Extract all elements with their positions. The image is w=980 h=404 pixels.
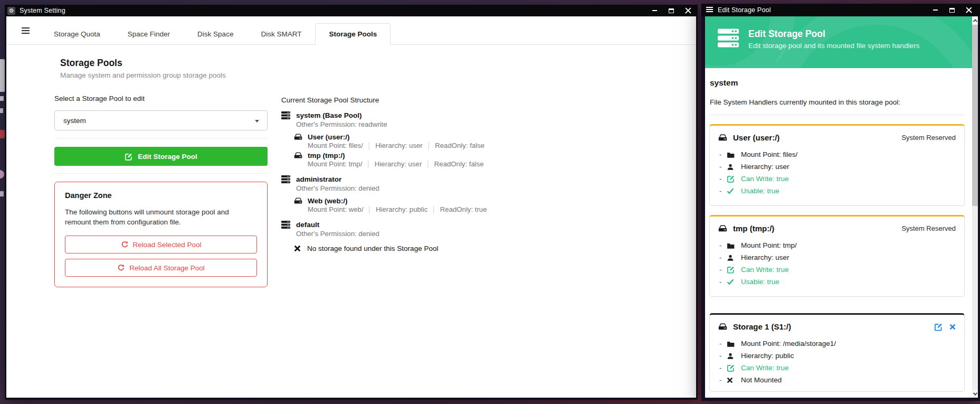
handler-card-tmp: tmp (tmp:/) System Reserved Mount Point:… — [709, 215, 965, 297]
pool-group-default: default Other's Permission: denied No st… — [281, 221, 487, 252]
desktop-icon-fragment[interactable] — [0, 108, 3, 113]
titlebar[interactable]: Edit Storage Pool — [701, 4, 980, 16]
chevron-down-icon — [255, 120, 259, 123]
handler-row: Usable: true — [718, 276, 956, 288]
hamburger-menu-icon[interactable] — [22, 27, 30, 35]
handler-row: Mount Point: files/ — [718, 148, 956, 161]
scrollbar-thumb[interactable] — [972, 25, 978, 206]
pool-group-system: system (Base Pool) Other's Permission: r… — [281, 111, 487, 168]
pool-permission: Other's Permission: denied — [296, 230, 487, 238]
divider — [54, 173, 268, 174]
minimize-button[interactable] — [931, 6, 939, 14]
scroll-down-button[interactable] — [972, 390, 978, 398]
pool-select-label: Select a Storage Pool to edit — [54, 95, 268, 102]
hdd-icon — [294, 198, 302, 204]
desktop-icon-fragment[interactable] — [0, 130, 5, 138]
row-text: Can Write: true — [741, 266, 789, 274]
minimize-button[interactable] — [650, 7, 659, 14]
reload-all-label: Reload All Storage Pool — [129, 264, 205, 272]
handler-card-user: User (user:/) System Reserved Mount Poin… — [709, 124, 965, 206]
refresh-icon — [117, 264, 125, 271]
reload-selected-label: Reload Selected Pool — [133, 241, 202, 249]
desktop-icon-fragment[interactable] — [0, 191, 4, 196]
hdd-icon — [718, 323, 727, 331]
handlers-label: File System Handlers currently mounted i… — [710, 98, 972, 106]
system-reserved-badge: System Reserved — [901, 134, 956, 142]
tab-disk-space[interactable]: Disk Space — [184, 23, 247, 45]
storage-node: tmp (tmp:/) Mount Point: tmp/Hierarchy: … — [294, 152, 487, 168]
close-button[interactable] — [965, 6, 973, 14]
tab-storage-quota[interactable]: Storage Quota — [40, 23, 114, 45]
hdd-icon — [718, 134, 727, 142]
storage-mount: Mount Point: tmp/ — [308, 160, 362, 168]
desktop-icon-fragment[interactable] — [0, 59, 5, 92]
handler-row: Hierarchy: user — [718, 161, 956, 173]
row-text: Hierarchy: user — [741, 163, 789, 171]
titlebar[interactable]: ⚙ System Setting — [5, 5, 698, 16]
storage-mount: Mount Point: files/ — [308, 142, 363, 149]
folder-icon — [727, 341, 741, 347]
check-icon — [727, 279, 741, 285]
window-title: System Setting — [20, 7, 65, 14]
server-icon — [281, 175, 290, 183]
hdd-icon — [294, 134, 302, 140]
divider — [710, 115, 965, 115]
edit-icon — [727, 364, 741, 372]
handler-row: Can Write: true — [718, 173, 956, 185]
handler-row: Can Write: true — [718, 264, 956, 276]
row-text: Mount Point: /media/storage1/ — [741, 340, 836, 347]
pool-select[interactable]: system — [54, 110, 268, 130]
pool-name: default — [296, 221, 319, 229]
handler-title: tmp (tmp:/) — [733, 224, 774, 233]
tab-storage-pools[interactable]: Storage Pools — [315, 23, 391, 45]
handler-title: User (user:/) — [733, 133, 779, 142]
banner-title: Edit Storage Pool — [748, 29, 919, 40]
storage-name: Web (web:/) — [308, 197, 348, 205]
tab-disk-smart[interactable]: Disk SMART — [247, 23, 315, 45]
pool-name-heading: system — [710, 78, 972, 88]
row-text: Can Write: true — [741, 364, 789, 372]
folder-icon — [727, 242, 741, 249]
folder-icon — [727, 152, 741, 158]
banner-subtitle: Edit storage pool and its mounted file s… — [748, 42, 919, 50]
close-button[interactable] — [684, 7, 692, 14]
pool-select-value: system — [63, 117, 86, 125]
maximize-button[interactable] — [667, 7, 675, 14]
tab-space-finder[interactable]: Space Finder — [114, 23, 184, 45]
desktop-icon-fragment[interactable] — [0, 170, 4, 178]
handler-row: Can Write: true — [718, 362, 956, 374]
storage-node: User (user:/) Mount Point: files/Hierarc… — [294, 133, 487, 149]
edit-handler-button[interactable] — [934, 323, 943, 331]
maximize-button[interactable] — [948, 6, 956, 14]
reload-selected-pool-button[interactable]: Reload Selected Pool — [65, 236, 257, 253]
row-text: Can Write: true — [741, 175, 789, 183]
row-text: Usable: true — [741, 278, 779, 286]
storage-pool-tree: system (Base Pool) Other's Permission: r… — [281, 111, 487, 252]
handler-row: Usable: true — [718, 185, 956, 197]
storage-hierarchy: Hierarchy: public — [364, 205, 428, 213]
refresh-icon — [121, 241, 128, 248]
row-text: Usable: true — [741, 187, 779, 195]
scroll-up-button[interactable] — [972, 16, 978, 24]
x-mark-icon — [294, 245, 301, 252]
danger-zone-card: Danger Zone The following buttons will u… — [54, 182, 268, 287]
remove-handler-button[interactable] — [949, 324, 956, 330]
person-icon — [727, 164, 741, 170]
page-title: Storage Pools — [60, 58, 268, 69]
row-text: Hierarchy: public — [741, 352, 794, 360]
empty-pool-message: No storage found under this Storage Pool — [307, 245, 438, 252]
page-subtitle: Manage system and permission group stora… — [60, 71, 268, 79]
handler-title: Storage 1 (S1:/) — [733, 322, 791, 331]
scrollbar[interactable] — [972, 16, 978, 398]
server-icon — [718, 29, 739, 48]
edit-storage-pool-button[interactable]: Edit Storage Pool — [54, 147, 268, 166]
handler-row: Not Mounted — [718, 374, 956, 386]
danger-zone-description: The following buttons will unmount stora… — [65, 207, 249, 227]
desktop-icon-fragment[interactable] — [0, 96, 4, 101]
edit-icon — [727, 266, 741, 274]
list-icon — [706, 7, 713, 14]
storage-hierarchy: Hierarchy: user — [363, 142, 423, 149]
danger-zone-title: Danger Zone — [65, 191, 257, 200]
pool-group-administrator: administrator Other's Permission: denied… — [281, 175, 487, 213]
reload-all-storage-pool-button[interactable]: Reload All Storage Pool — [65, 259, 257, 277]
